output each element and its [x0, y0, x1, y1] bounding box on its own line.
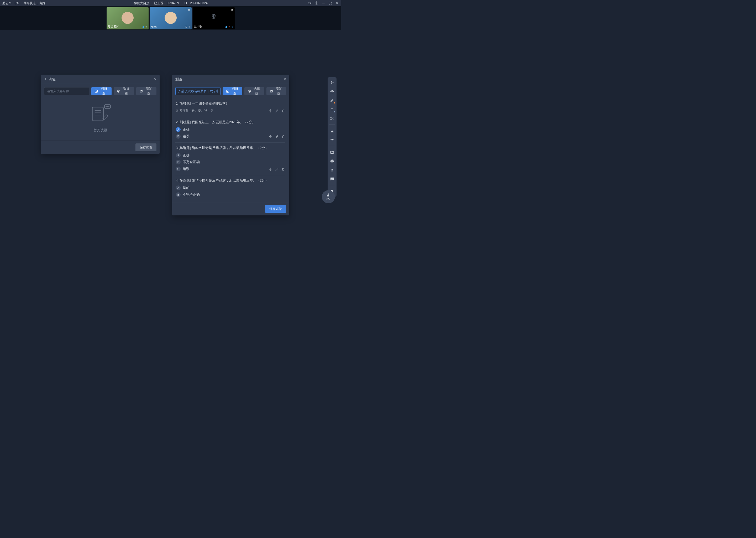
svg-point-24: [106, 106, 106, 107]
svg-point-25: [107, 106, 108, 107]
option-text: 错误: [183, 134, 190, 139]
tile-close-icon[interactable]: ×: [187, 8, 191, 12]
add-judge-button[interactable]: 判断题: [91, 87, 112, 95]
option-text: 错误: [183, 167, 190, 171]
svg-rect-5: [146, 26, 147, 27]
add-choice-button[interactable]: 选择题: [114, 87, 134, 95]
option-bullet: C: [176, 167, 181, 171]
participant-name: 叮当老师: [108, 25, 119, 28]
video-tile[interactable]: × 王小明: [193, 7, 235, 29]
quiz-name-input[interactable]: [44, 87, 89, 95]
edit-icon[interactable]: [275, 167, 279, 172]
checkbox-icon: [226, 89, 229, 93]
elapsed-time: 已上课：02:34:09: [154, 1, 179, 6]
question-title: 3 [单选题] 施华洛世奇是反华品牌，所以梁鼎琪反华。（2分）: [176, 146, 285, 150]
video-strip: 叮当老师 × Nina × 王小明: [0, 6, 341, 30]
checkbox-icon: [95, 89, 98, 93]
move-icon[interactable]: [269, 109, 272, 114]
quiz-panel-filled: 测验 × 判断题 选择题 简答题 1 [简答题] 一年四季分别是哪四季?参考: [172, 75, 289, 215]
option-row[interactable]: B不完全正确: [176, 160, 285, 164]
option-bullet: B: [176, 160, 181, 164]
question-actions: [269, 109, 285, 114]
svg-rect-13: [232, 26, 233, 27]
cursor-tool-icon[interactable]: [329, 79, 336, 86]
mic-icon: [188, 25, 191, 28]
person-tool-icon[interactable]: [329, 167, 336, 173]
svg-point-10: [213, 15, 214, 17]
pen-tool-icon[interactable]: [329, 97, 336, 104]
question-title: 4 [多选题] 施华洛世奇是反华品牌，所以梁鼎琪反华。（2分）: [176, 178, 285, 183]
video-tile[interactable]: × Nina: [150, 7, 192, 29]
svg-point-1: [316, 3, 317, 4]
question-list[interactable]: 1 [简答题] 一年四季分别是哪四季?参考答案：春、夏、秋、冬 2 [判断题] …: [175, 98, 286, 199]
hand-icon: [326, 193, 331, 197]
edit-icon[interactable]: [275, 135, 279, 139]
tool-sidebar: [328, 77, 337, 197]
option-bullet: B: [176, 134, 181, 139]
eraser-tool-icon[interactable]: [329, 128, 336, 134]
option-row[interactable]: B不完全正确: [176, 192, 285, 197]
close-icon[interactable]: ×: [284, 77, 286, 82]
option-text: 不完全正确: [183, 192, 200, 197]
option-row[interactable]: A正确: [176, 127, 285, 132]
option-row[interactable]: C错误: [176, 167, 285, 171]
radio-icon: [248, 89, 251, 93]
raise-hand-fab[interactable]: 0/2: [322, 190, 335, 203]
video-tile[interactable]: 叮当老师: [107, 7, 149, 29]
add-short-button[interactable]: 简答题: [136, 87, 157, 95]
move-tool-icon[interactable]: [329, 88, 336, 95]
save-quiz-button[interactable]: 保存试卷: [135, 143, 157, 151]
text-icon: [139, 89, 143, 93]
save-quiz-button[interactable]: 保存试卷: [265, 205, 286, 213]
back-icon[interactable]: [44, 77, 47, 81]
svg-point-29: [249, 91, 250, 92]
option-row[interactable]: A正确: [176, 153, 285, 158]
svg-point-38: [332, 139, 333, 140]
question-item: 1 [简答题] 一年四季分别是哪四季?参考答案：春、夏、秋、冬: [175, 98, 285, 117]
delete-icon[interactable]: [281, 135, 285, 139]
reference-answer: 参考答案：春、夏、秋、冬: [176, 108, 285, 113]
option-row[interactable]: B错误: [176, 134, 285, 139]
add-choice-button[interactable]: 选择题: [244, 87, 264, 95]
course-title: 神秘大自然: [134, 1, 149, 6]
scissors-tool-icon[interactable]: [329, 115, 336, 122]
minimize-icon[interactable]: [321, 1, 325, 5]
participant-name: 王小明: [194, 25, 202, 28]
delete-icon[interactable]: [281, 109, 285, 114]
radio-icon: [117, 89, 120, 93]
svg-point-41: [332, 169, 333, 170]
quiz-name-input[interactable]: [175, 87, 220, 95]
camera-off-icon: [209, 12, 218, 22]
participant-name: Nina: [151, 25, 157, 28]
move-icon[interactable]: [269, 167, 272, 172]
close-icon[interactable]: ×: [154, 77, 157, 82]
text-tool-icon[interactable]: [329, 106, 336, 113]
brightness-tool-icon[interactable]: [329, 136, 336, 143]
edit-icon[interactable]: [275, 109, 279, 114]
delete-icon[interactable]: [281, 167, 285, 172]
network-status: 网络状态：良好: [24, 1, 45, 6]
svg-point-43: [332, 178, 332, 179]
add-judge-button[interactable]: 判断题: [223, 87, 242, 95]
panel-title: 测验: [175, 77, 284, 82]
gear-icon[interactable]: [314, 1, 319, 5]
option-row[interactable]: A是的: [176, 186, 285, 190]
move-icon[interactable]: [269, 135, 272, 139]
chat-tool-icon[interactable]: [329, 176, 336, 182]
empty-text: 暂无试题: [93, 128, 107, 133]
toolbox-tool-icon[interactable]: [329, 158, 336, 164]
volume-bars-icon: [141, 26, 144, 28]
fullscreen-icon[interactable]: [328, 1, 332, 5]
add-short-button[interactable]: 简答题: [266, 87, 286, 95]
svg-point-26: [109, 106, 109, 107]
folder-tool-icon[interactable]: [329, 149, 336, 155]
question-item: 2 [判断题] 我国宪法上一次更新是在2020年。（2分）A正确B错误: [175, 117, 285, 143]
empty-illustration-icon: [88, 103, 112, 125]
option-text: 是的: [183, 186, 190, 190]
camera-toggle-icon[interactable]: [307, 1, 312, 5]
option-bullet: B: [176, 192, 181, 197]
option-text: 正确: [183, 153, 190, 158]
close-window-icon[interactable]: [335, 1, 339, 5]
tile-close-icon[interactable]: ×: [230, 8, 234, 12]
hand-count: 0/2: [327, 198, 330, 201]
